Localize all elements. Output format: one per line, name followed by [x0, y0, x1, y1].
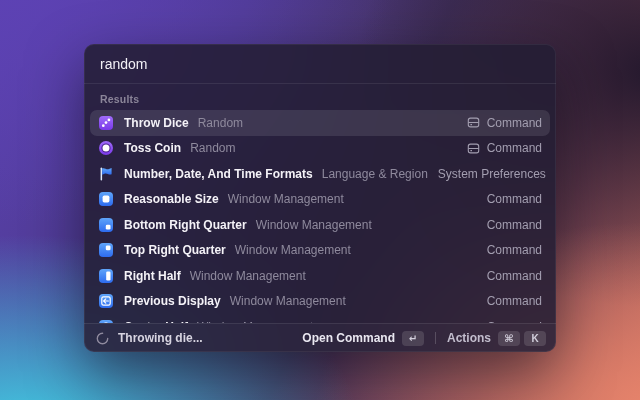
item-subtitle: Window Management	[228, 192, 344, 206]
search-input[interactable]	[100, 56, 540, 72]
accessory-label: Command	[487, 294, 542, 308]
list-item-previous-display[interactable]: Previous Display Window Management Comma…	[90, 289, 550, 315]
footer-divider	[435, 332, 436, 344]
results-list: Throw Dice Random Command Toss Coin Rand…	[84, 108, 556, 323]
open-command-button[interactable]: Open Command ↵	[302, 331, 424, 346]
item-title: Bottom Right Quarter	[124, 218, 247, 232]
item-subtitle: Window Management	[256, 218, 372, 232]
item-title: Toss Coin	[124, 141, 181, 155]
item-subtitle: Window Management	[230, 294, 346, 308]
k-keycap: K	[524, 331, 546, 346]
command-window-icon	[467, 116, 480, 129]
return-keycap: ↵	[402, 331, 424, 346]
coin-icon	[98, 140, 114, 156]
item-title: Throw Dice	[124, 116, 189, 130]
accessory-label: Command	[487, 243, 542, 257]
item-accessory: Command	[487, 192, 542, 206]
list-item-bottom-right-quarter[interactable]: Bottom Right Quarter Window Management C…	[90, 212, 550, 238]
status-text: Throwing die...	[118, 331, 203, 345]
item-accessory: Command	[467, 141, 542, 155]
item-accessory: Command	[487, 269, 542, 283]
list-item-top-right-quarter[interactable]: Top Right Quarter Window Management Comm…	[90, 238, 550, 264]
item-title: Number, Date, And Time Formats	[124, 167, 313, 181]
dice-icon	[98, 115, 114, 131]
item-accessory: Command	[487, 294, 542, 308]
window-right-half-icon	[98, 268, 114, 284]
list-item-number-date-time-formats[interactable]: Number, Date, And Time Formats Language …	[90, 161, 550, 187]
item-subtitle: Window Management	[190, 269, 306, 283]
item-subtitle: Window Management	[235, 243, 351, 257]
results-label: Results	[100, 93, 139, 105]
item-accessory: Command	[467, 116, 542, 130]
item-accessory: Command	[487, 243, 542, 257]
window-top-right-icon	[98, 242, 114, 258]
item-subtitle: Language & Region	[322, 167, 428, 181]
list-item-right-half[interactable]: Right Half Window Management Command	[90, 263, 550, 289]
accessory-label: System Preferences	[438, 167, 546, 181]
item-subtitle: Random	[198, 116, 243, 130]
action-bar: Throwing die... Open Command ↵ Actions ⌘…	[84, 323, 556, 352]
accessory-label: Command	[487, 192, 542, 206]
item-accessory: Command	[487, 218, 542, 232]
command-window-icon	[467, 142, 480, 155]
launcher-window: Results Throw Dice Random Command Toss C…	[84, 44, 556, 352]
cmd-keycap: ⌘	[498, 331, 520, 346]
list-item-center-half[interactable]: Center Half Window Management Command	[90, 314, 550, 323]
actions-button[interactable]: Actions ⌘ K	[447, 331, 546, 346]
flag-icon	[98, 166, 114, 182]
list-item-throw-dice[interactable]: Throw Dice Random Command	[90, 110, 550, 136]
item-title: Reasonable Size	[124, 192, 219, 206]
item-accessory: System Preferences	[438, 167, 546, 181]
item-title: Right Half	[124, 269, 181, 283]
window-bottom-right-icon	[98, 217, 114, 233]
item-subtitle: Random	[190, 141, 235, 155]
accessory-label: Command	[487, 218, 542, 232]
list-item-reasonable-size[interactable]: Reasonable Size Window Management Comman…	[90, 187, 550, 213]
search-bar	[84, 44, 556, 84]
accessory-label: Command	[487, 269, 542, 283]
loading-spinner-icon	[96, 332, 109, 345]
window-center-icon	[98, 191, 114, 207]
results-section-header: Results	[84, 84, 556, 108]
item-title: Previous Display	[124, 294, 221, 308]
item-title: Top Right Quarter	[124, 243, 226, 257]
list-item-toss-coin[interactable]: Toss Coin Random Command	[90, 136, 550, 162]
accessory-label: Command	[487, 141, 542, 155]
accessory-label: Command	[487, 116, 542, 130]
previous-display-icon	[98, 293, 114, 309]
